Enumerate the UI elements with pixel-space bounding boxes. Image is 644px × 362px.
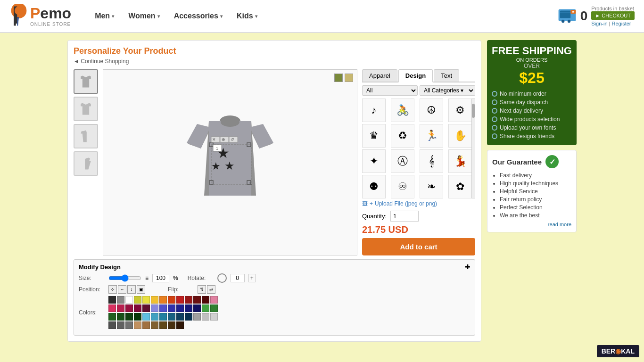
color-cell[interactable] (168, 304, 175, 312)
icon-gear[interactable]: ⚙ (448, 99, 472, 122)
color-cell[interactable] (193, 304, 201, 312)
color-cell[interactable] (210, 304, 218, 312)
icon-misc[interactable]: ✿ (448, 175, 472, 198)
icon-fish[interactable]: ♾ (391, 175, 414, 198)
filter-all-select[interactable]: All (362, 85, 418, 96)
color-cell[interactable] (151, 296, 158, 304)
add-icon[interactable]: ✚ (465, 263, 470, 271)
scroll-bar[interactable] (471, 99, 475, 198)
nav-men[interactable]: Men ▾ (90, 9, 119, 23)
color-cell[interactable] (151, 304, 158, 312)
color-cell[interactable] (193, 313, 201, 321)
quantity-input[interactable] (390, 211, 419, 222)
color-cell[interactable] (108, 296, 116, 304)
icon-music[interactable]: ♪ (362, 99, 386, 122)
color-cell[interactable] (159, 321, 167, 329)
color-cell[interactable] (202, 304, 209, 312)
thumb-back[interactable] (74, 97, 98, 121)
icon-baby[interactable]: ♻ (391, 124, 414, 148)
color-cell[interactable] (185, 313, 192, 321)
color-swatch-green[interactable] (334, 74, 343, 82)
color-cell[interactable] (159, 296, 167, 304)
color-cell[interactable] (108, 321, 116, 329)
color-cell[interactable] (142, 304, 150, 312)
thumb-front[interactable] (74, 69, 98, 94)
color-cell[interactable] (151, 313, 158, 321)
color-cell[interactable] (168, 313, 175, 321)
color-cell[interactable] (125, 296, 133, 304)
color-cell[interactable] (176, 304, 184, 312)
checkout-button[interactable]: ► CHECKOUT (591, 11, 635, 20)
color-cell[interactable] (134, 296, 141, 304)
color-cell[interactable] (108, 313, 116, 321)
color-cell[interactable] (202, 296, 209, 304)
logo[interactable]: Pemo ONLINE STORE (9, 4, 71, 28)
icon-crown[interactable]: ♛ (362, 124, 386, 148)
icon-leaf[interactable]: ❧ (420, 175, 443, 198)
icon-evolution[interactable]: ⚉ (362, 175, 386, 198)
color-cell[interactable] (168, 321, 175, 329)
color-cell[interactable] (125, 321, 133, 329)
color-cell[interactable] (185, 304, 192, 312)
color-cell[interactable] (176, 313, 184, 321)
scroll-handle[interactable] (472, 104, 475, 118)
color-cell[interactable] (193, 296, 201, 304)
thumb-left[interactable] (74, 124, 98, 148)
icon-dancer[interactable]: 💃 (448, 149, 472, 173)
rotate-input[interactable] (231, 274, 245, 282)
add-to-cart-button[interactable]: Add to cart (362, 238, 475, 255)
color-cell[interactable] (142, 313, 150, 321)
rotate-circle[interactable] (217, 273, 227, 283)
continue-shopping-link[interactable]: Continue Shopping (74, 58, 475, 65)
color-cell[interactable] (117, 313, 124, 321)
thumb-right[interactable] (74, 151, 98, 176)
size-slider[interactable] (108, 274, 141, 282)
color-cell[interactable] (210, 313, 218, 321)
color-cell[interactable] (134, 321, 141, 329)
color-cell[interactable] (117, 321, 124, 329)
pos-layer[interactable]: ▣ (137, 285, 145, 294)
color-cell[interactable] (134, 313, 141, 321)
pos-move[interactable]: ⊹ (108, 285, 117, 294)
register-link[interactable]: Register (612, 21, 631, 26)
canvas-area[interactable]: ★ ★ ★ ✕ ⊕ ↺ (103, 69, 357, 255)
nav-kids[interactable]: Kids ▾ (232, 9, 262, 23)
color-cell[interactable] (142, 321, 150, 329)
color-cell[interactable] (185, 296, 192, 304)
icon-person-circle[interactable]: Ⓐ (391, 149, 414, 173)
color-cell[interactable] (125, 304, 133, 312)
rotate-plus[interactable]: + (248, 274, 256, 282)
color-cell[interactable] (202, 313, 209, 321)
color-cell[interactable] (176, 296, 184, 304)
color-cell[interactable] (125, 313, 133, 321)
tab-design[interactable]: Design (398, 69, 433, 82)
filter-categories-select[interactable]: All Categories ▾ (420, 85, 475, 96)
tab-apparel[interactable]: Apparel (362, 69, 397, 82)
color-cell[interactable] (142, 296, 150, 304)
read-more-link[interactable]: read more (492, 222, 571, 227)
flip-h[interactable]: ⇅ (198, 285, 206, 294)
nav-women[interactable]: Women ▾ (124, 9, 164, 23)
color-cell[interactable] (108, 304, 116, 312)
color-swatch-yellow[interactable] (345, 74, 353, 82)
upload-row[interactable]: 🖼 + Upload File (jpeg or png) (362, 200, 475, 207)
icon-runner[interactable]: 🏃 (420, 124, 443, 148)
pos-h[interactable]: ↔ (118, 285, 126, 294)
nav-accessories[interactable]: Accessories ▾ (169, 9, 227, 23)
icon-peace[interactable]: ☮ (420, 99, 443, 122)
tab-text[interactable]: Text (434, 69, 459, 82)
icon-cyclist[interactable]: 🚴 (391, 99, 414, 122)
color-cell[interactable] (168, 296, 175, 304)
signin-link[interactable]: Sign-in (591, 21, 607, 26)
color-cell[interactable] (210, 296, 218, 304)
color-cell[interactable] (151, 321, 158, 329)
flip-v[interactable]: ⇄ (207, 285, 215, 294)
pos-v[interactable]: ↕ (127, 285, 136, 294)
size-input[interactable] (152, 274, 169, 282)
icon-star-burst[interactable]: ✦ (362, 149, 386, 173)
color-cell[interactable] (176, 321, 184, 329)
color-cell[interactable] (117, 296, 124, 304)
color-cell[interactable] (117, 304, 124, 312)
color-cell[interactable] (159, 313, 167, 321)
icon-music-note[interactable]: 𝄞 (420, 149, 443, 173)
